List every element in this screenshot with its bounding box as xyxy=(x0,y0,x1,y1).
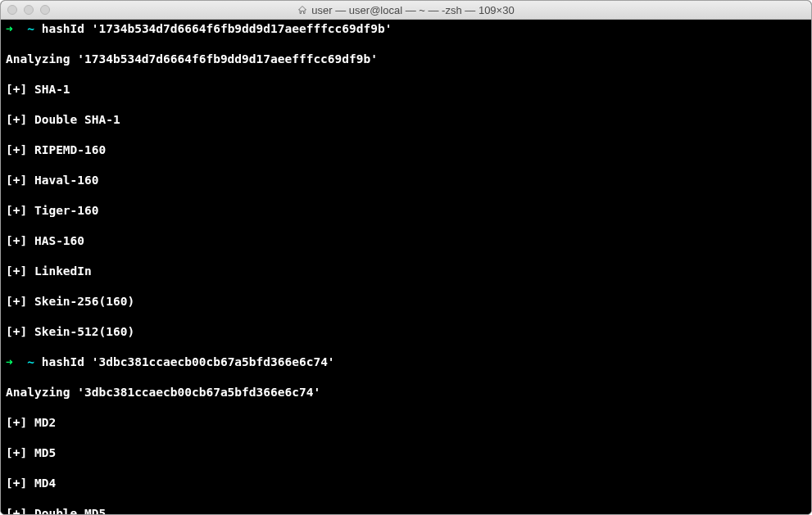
result-prefix: [+] xyxy=(6,416,27,429)
command-text: hashId '3dbc381ccaecb00cb67a5bfd366e6c74… xyxy=(42,355,335,368)
result-text: Double MD5 xyxy=(34,507,106,514)
result-text: LinkedIn xyxy=(34,264,92,278)
home-icon xyxy=(297,5,307,15)
zoom-icon[interactable] xyxy=(40,5,50,15)
result-line: [+] MD5 xyxy=(6,445,808,461)
titlebar[interactable]: user — user@local — ~ — -zsh — 109×30 xyxy=(1,1,811,20)
prompt-cwd: ~ xyxy=(27,355,34,368)
result-prefix: [+] xyxy=(6,507,27,514)
result-line: [+] Double MD5 xyxy=(6,506,808,514)
result-text: RIPEMD-160 xyxy=(34,143,106,156)
prompt-line: ➜ ~ hashId '1734b534d7d6664f6fb9dd9d17ae… xyxy=(6,21,808,37)
result-text: Skein-256(160) xyxy=(34,295,134,308)
result-line: [+] MD2 xyxy=(6,415,808,431)
traffic-lights xyxy=(1,5,50,15)
result-line: [+] Skein-256(160) xyxy=(6,294,808,309)
result-line: [+] Double SHA-1 xyxy=(6,112,808,128)
result-prefix: [+] xyxy=(6,204,27,217)
prompt-arrow-icon: ➜ xyxy=(6,22,13,35)
result-text: Haval-160 xyxy=(34,174,99,187)
result-line: [+] LinkedIn xyxy=(6,264,808,279)
result-text: Skein-512(160) xyxy=(34,325,134,338)
analyzing-line: Analyzing '3dbc381ccaecb00cb67a5bfd366e6… xyxy=(6,385,808,400)
result-prefix: [+] xyxy=(6,174,27,187)
prompt-line: ➜ ~ hashId '3dbc381ccaecb00cb67a5bfd366e… xyxy=(6,355,808,370)
command-text: hashId '1734b534d7d6664f6fb9dd9d17aeefff… xyxy=(42,22,392,35)
result-prefix: [+] xyxy=(6,234,27,247)
prompt-arrow-icon: ➜ xyxy=(6,355,13,368)
result-text: Double SHA-1 xyxy=(34,113,120,126)
result-line: [+] MD4 xyxy=(6,476,808,491)
analyzing-line: Analyzing '1734b534d7d6664f6fb9dd9d17aee… xyxy=(6,52,808,67)
result-prefix: [+] xyxy=(6,477,27,490)
result-text: HAS-160 xyxy=(34,234,84,247)
result-text: MD5 xyxy=(34,446,56,459)
result-prefix: [+] xyxy=(6,264,27,278)
result-prefix: [+] xyxy=(6,113,27,126)
result-text: SHA-1 xyxy=(34,83,70,96)
terminal-body[interactable]: ➜ ~ hashId '1734b534d7d6664f6fb9dd9d17ae… xyxy=(1,20,811,514)
result-line: [+] Haval-160 xyxy=(6,173,808,188)
close-icon[interactable] xyxy=(7,5,17,15)
result-line: [+] SHA-1 xyxy=(6,82,808,97)
result-prefix: [+] xyxy=(6,143,27,156)
window-title: user — user@local — ~ — -zsh — 109×30 xyxy=(1,4,811,16)
result-line: [+] Skein-512(160) xyxy=(6,324,808,340)
result-line: [+] Tiger-160 xyxy=(6,203,808,219)
result-line: [+] HAS-160 xyxy=(6,233,808,249)
result-prefix: [+] xyxy=(6,446,27,459)
result-prefix: [+] xyxy=(6,295,27,308)
result-text: Tiger-160 xyxy=(34,204,99,217)
analyzing-text: Analyzing '3dbc381ccaecb00cb67a5bfd366e6… xyxy=(6,386,320,399)
result-prefix: [+] xyxy=(6,83,27,96)
result-prefix: [+] xyxy=(6,325,27,338)
minimize-icon[interactable] xyxy=(24,5,34,15)
result-line: [+] RIPEMD-160 xyxy=(6,142,808,158)
result-text: MD4 xyxy=(34,477,56,490)
result-text: MD2 xyxy=(34,416,56,429)
analyzing-text: Analyzing '1734b534d7d6664f6fb9dd9d17aee… xyxy=(6,52,378,66)
window-title-text: user — user@local — ~ — -zsh — 109×30 xyxy=(311,4,514,16)
terminal-window: user — user@local — ~ — -zsh — 109×30 ➜ … xyxy=(0,0,812,515)
prompt-cwd: ~ xyxy=(27,22,34,35)
